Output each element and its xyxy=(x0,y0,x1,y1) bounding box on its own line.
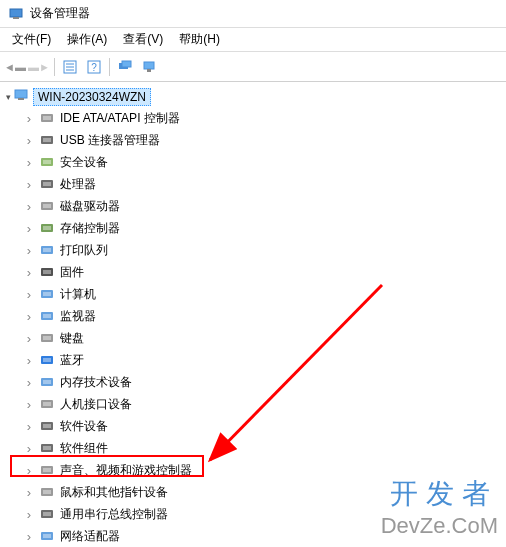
chevron-right-icon[interactable]: › xyxy=(22,287,36,301)
tree-item-label: 软件设备 xyxy=(60,418,108,435)
chevron-right-icon[interactable]: › xyxy=(22,243,36,257)
svg-rect-29 xyxy=(43,270,51,274)
chevron-right-icon[interactable]: › xyxy=(22,463,36,477)
monitors-icon xyxy=(117,59,133,75)
menu-help[interactable]: 帮助(H) xyxy=(171,29,228,50)
tree-item-label: 打印队列 xyxy=(60,242,108,259)
svg-rect-47 xyxy=(43,468,51,472)
computer-icon xyxy=(38,285,56,303)
svg-rect-45 xyxy=(43,446,51,450)
chevron-right-icon[interactable]: › xyxy=(22,353,36,367)
back-button[interactable]: ◄▬ xyxy=(4,56,26,78)
tree-item[interactable]: ›键盘 xyxy=(18,327,506,349)
svg-rect-1 xyxy=(13,17,19,19)
forward-button[interactable]: ▬► xyxy=(28,56,50,78)
chevron-right-icon[interactable]: › xyxy=(22,199,36,213)
chevron-right-icon[interactable]: › xyxy=(22,419,36,433)
tree-item[interactable]: ›安全设备 xyxy=(18,151,506,173)
tree-item-label: 内存技术设备 xyxy=(60,374,132,391)
keyboard-icon xyxy=(38,329,56,347)
devices-button[interactable] xyxy=(138,56,160,78)
tree-item[interactable]: ›固件 xyxy=(18,261,506,283)
tree-item-label: 磁盘驱动器 xyxy=(60,198,120,215)
software-device-icon xyxy=(38,417,56,435)
chevron-right-icon[interactable]: › xyxy=(22,331,36,345)
svg-rect-35 xyxy=(43,336,51,340)
devices-icon xyxy=(141,59,157,75)
chevron-right-icon[interactable]: › xyxy=(22,155,36,169)
chevron-right-icon[interactable]: › xyxy=(22,485,36,499)
chevron-right-icon[interactable]: › xyxy=(22,133,36,147)
tree-item[interactable]: ›监视器 xyxy=(18,305,506,327)
print-queue-icon xyxy=(38,241,56,259)
tree-item-label: 处理器 xyxy=(60,176,96,193)
chevron-right-icon[interactable]: › xyxy=(22,221,36,235)
tree-item[interactable]: ›软件设备 xyxy=(18,415,506,437)
tree-item-label: 软件组件 xyxy=(60,440,108,457)
computer-root-icon xyxy=(13,87,29,106)
menu-file[interactable]: 文件(F) xyxy=(4,29,59,50)
chevron-right-icon[interactable]: › xyxy=(22,309,36,323)
tree-item[interactable]: ›计算机 xyxy=(18,283,506,305)
chevron-right-icon[interactable]: › xyxy=(22,111,36,125)
details-button[interactable] xyxy=(59,56,81,78)
tree-item[interactable]: ›USB 连接器管理器 xyxy=(18,129,506,151)
tree-item[interactable]: ›存储控制器 xyxy=(18,217,506,239)
monitor-icon xyxy=(38,307,56,325)
svg-rect-11 xyxy=(147,69,151,72)
chevron-right-icon[interactable]: › xyxy=(22,375,36,389)
tree-item-label: 存储控制器 xyxy=(60,220,120,237)
chevron-right-icon[interactable]: › xyxy=(22,397,36,411)
svg-rect-9 xyxy=(122,61,131,67)
chevron-right-icon[interactable]: › xyxy=(22,529,36,543)
tree-item[interactable]: ›软件组件 xyxy=(18,437,506,459)
security-device-icon xyxy=(38,153,56,171)
toolbar: ◄▬ ▬► ? xyxy=(0,52,506,82)
tree-item[interactable]: ›人机接口设备 xyxy=(18,393,506,415)
tree-item[interactable]: ›处理器 xyxy=(18,173,506,195)
svg-rect-12 xyxy=(15,90,27,98)
tree-item-label: 计算机 xyxy=(60,286,96,303)
memory-device-icon xyxy=(38,373,56,391)
tree-item-label: 声音、视频和游戏控制器 xyxy=(60,462,192,479)
chevron-right-icon[interactable]: › xyxy=(22,441,36,455)
tree-item[interactable]: ›蓝牙 xyxy=(18,349,506,371)
tree-item-label: IDE ATA/ATAPI 控制器 xyxy=(60,110,180,127)
help-button[interactable]: ? xyxy=(83,56,105,78)
menu-action[interactable]: 操作(A) xyxy=(59,29,115,50)
chevron-right-icon[interactable]: › xyxy=(22,507,36,521)
window-title: 设备管理器 xyxy=(30,5,90,22)
tree-item[interactable]: ›IDE ATA/ATAPI 控制器 xyxy=(18,107,506,129)
scan-button[interactable] xyxy=(114,56,136,78)
svg-rect-15 xyxy=(43,116,51,120)
menubar: 文件(F) 操作(A) 查看(V) 帮助(H) xyxy=(0,28,506,52)
svg-rect-43 xyxy=(43,424,51,428)
svg-rect-13 xyxy=(18,98,24,100)
svg-rect-21 xyxy=(43,182,51,186)
help-icon: ? xyxy=(86,59,102,75)
tree-item[interactable]: ›通用串行总线控制器 xyxy=(18,503,506,525)
tree-item[interactable]: ›鼠标和其他指针设备 xyxy=(18,481,506,503)
svg-rect-33 xyxy=(43,314,51,318)
tree-item-label: 安全设备 xyxy=(60,154,108,171)
tree-item[interactable]: ›磁盘驱动器 xyxy=(18,195,506,217)
ide-controller-icon xyxy=(38,109,56,127)
usb-connector-icon xyxy=(38,131,56,149)
tree-item[interactable]: ›网络适配器 xyxy=(18,525,506,547)
expand-icon[interactable]: ▾ xyxy=(6,92,11,102)
forward-icon: ▬► xyxy=(28,61,50,73)
tree-item[interactable]: ›声音、视频和游戏控制器 xyxy=(18,459,506,481)
svg-rect-49 xyxy=(43,490,51,494)
tree-item[interactable]: ›内存技术设备 xyxy=(18,371,506,393)
tree-item[interactable]: ›打印队列 xyxy=(18,239,506,261)
svg-rect-19 xyxy=(43,160,51,164)
chevron-right-icon[interactable]: › xyxy=(22,265,36,279)
svg-rect-25 xyxy=(43,226,51,230)
details-icon xyxy=(62,59,78,75)
tree-root[interactable]: ▾ WIN-20230324WZN xyxy=(2,86,506,107)
disk-drive-icon xyxy=(38,197,56,215)
tree-item-label: 人机接口设备 xyxy=(60,396,132,413)
menu-view[interactable]: 查看(V) xyxy=(115,29,171,50)
chevron-right-icon[interactable]: › xyxy=(22,177,36,191)
tree-item-label: 监视器 xyxy=(60,308,96,325)
